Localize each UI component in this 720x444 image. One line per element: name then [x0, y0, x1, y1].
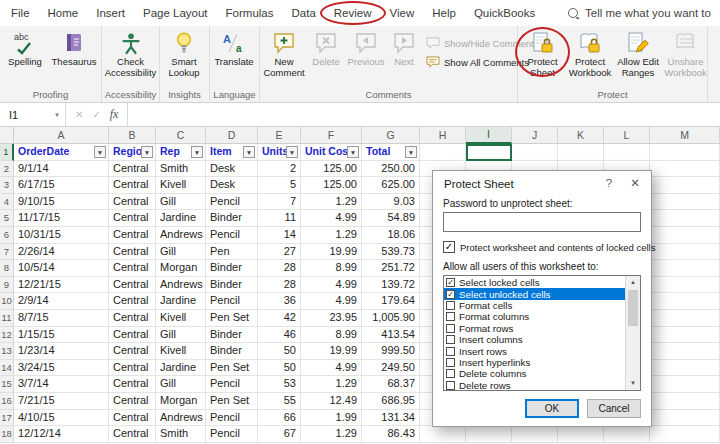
tab-data[interactable]: Data	[283, 0, 325, 26]
cell-B14[interactable]: Central	[109, 360, 156, 377]
cell-G14[interactable]: 249.50	[362, 360, 420, 377]
cell-E6[interactable]: 14	[258, 227, 301, 244]
permission-checkbox[interactable]	[446, 335, 455, 344]
permission-checkbox[interactable]: ✓	[446, 278, 455, 287]
permission-option-delete-columns[interactable]: Delete columns	[444, 368, 625, 379]
active-cell-I1[interactable]	[466, 144, 512, 161]
cell-C2[interactable]: Smith	[156, 161, 206, 178]
row-header-8[interactable]: 8	[0, 260, 14, 277]
cell-K18[interactable]	[558, 426, 604, 443]
cell-A3[interactable]: 6/17/15	[14, 177, 109, 194]
cell-C9[interactable]: Andrews	[156, 277, 206, 294]
cell-E12[interactable]: 46	[258, 327, 301, 344]
cell-A8[interactable]: 10/5/14	[14, 260, 109, 277]
filter-dropdown-button[interactable]: ▼	[191, 146, 203, 158]
name-box[interactable]: I1 ▾	[0, 103, 66, 126]
cell-F3[interactable]: 125.00	[301, 177, 362, 194]
cell-M13[interactable]	[650, 343, 720, 360]
col-header-I[interactable]: I	[466, 127, 512, 144]
permission-checkbox[interactable]	[446, 312, 455, 321]
cell-D2[interactable]: Desk	[206, 161, 258, 178]
cell-F17[interactable]: 1.99	[301, 410, 362, 427]
cell-M9[interactable]	[650, 277, 720, 294]
cell-G2[interactable]: 250.00	[362, 161, 420, 178]
cell-D16[interactable]: Pen Set	[206, 393, 258, 410]
cell-M18[interactable]	[650, 426, 720, 443]
cell-M17[interactable]	[650, 410, 720, 427]
filter-dropdown-button[interactable]: ▼	[141, 146, 153, 158]
row-header-4[interactable]: 4	[0, 194, 14, 211]
cell-A14[interactable]: 3/24/15	[14, 360, 109, 377]
permission-checkbox[interactable]	[446, 347, 455, 356]
cell-D10[interactable]: Pencil	[206, 293, 258, 310]
row-header-1[interactable]: 1	[0, 144, 14, 161]
cell-M11[interactable]	[650, 310, 720, 327]
cell-M7[interactable]	[650, 244, 720, 261]
new-comment-button[interactable]: New Comment	[261, 29, 307, 78]
tab-home[interactable]: Home	[39, 0, 88, 26]
filter-dropdown-button[interactable]: ▼	[286, 146, 298, 158]
cell-F13[interactable]: 19.99	[301, 343, 362, 360]
cell-L1[interactable]	[604, 144, 650, 161]
translate-button[interactable]: A a Translate	[211, 29, 257, 68]
filter-dropdown-button[interactable]: ▼	[347, 146, 359, 158]
cell-I18[interactable]	[466, 426, 512, 443]
cell-H1[interactable]	[420, 144, 466, 161]
row-header-11[interactable]: 11	[0, 310, 14, 327]
dialog-close-button[interactable]: ✕	[622, 171, 648, 196]
cell-D11[interactable]: Pen Set	[206, 310, 258, 327]
cell-B15[interactable]: Central	[109, 376, 156, 393]
cell-G18[interactable]: 86.43	[362, 426, 420, 443]
permission-option-select-locked-cells[interactable]: ✓Select locked cells	[444, 277, 625, 288]
cell-D8[interactable]: Binder	[206, 260, 258, 277]
header-cell-unit-cost[interactable]: Unit Cost▼	[301, 144, 362, 161]
cell-F2[interactable]: 125.00	[301, 161, 362, 178]
cell-C4[interactable]: Gill	[156, 194, 206, 211]
thesaurus-button[interactable]: Thesaurus	[49, 29, 99, 68]
row-header-10[interactable]: 10	[0, 293, 14, 310]
cell-M8[interactable]	[650, 260, 720, 277]
cell-B11[interactable]: Central	[109, 310, 156, 327]
cell-M1[interactable]	[650, 144, 720, 161]
cell-G12[interactable]: 413.54	[362, 327, 420, 344]
cell-E5[interactable]: 11	[258, 210, 301, 227]
cell-A4[interactable]: 9/10/15	[14, 194, 109, 211]
cell-F6[interactable]: 1.29	[301, 227, 362, 244]
tab-page-layout[interactable]: Page Layout	[134, 0, 217, 26]
tab-help[interactable]: Help	[423, 0, 465, 26]
cell-D15[interactable]: Pencil	[206, 376, 258, 393]
cell-L18[interactable]	[604, 426, 650, 443]
cell-D4[interactable]: Pencil	[206, 194, 258, 211]
permission-option-delete-rows[interactable]: Delete rows	[444, 380, 625, 391]
row-header-17[interactable]: 17	[0, 410, 14, 427]
cell-C11[interactable]: Kivell	[156, 310, 206, 327]
cell-B5[interactable]: Central	[109, 210, 156, 227]
col-header-F[interactable]: F	[301, 127, 362, 144]
cell-G15[interactable]: 68.37	[362, 376, 420, 393]
cell-G17[interactable]: 131.34	[362, 410, 420, 427]
cell-G10[interactable]: 179.64	[362, 293, 420, 310]
cell-E8[interactable]: 28	[258, 260, 301, 277]
cell-M3[interactable]	[650, 177, 720, 194]
cell-E3[interactable]: 5	[258, 177, 301, 194]
allow-edit-ranges-button[interactable]: Allow Edit Ranges	[614, 29, 662, 78]
cell-M15[interactable]	[650, 376, 720, 393]
header-cell-item[interactable]: Item▼	[206, 144, 258, 161]
smart-lookup-button[interactable]: Smart Lookup	[161, 29, 207, 78]
cell-G16[interactable]: 686.95	[362, 393, 420, 410]
permission-checkbox[interactable]	[446, 324, 455, 333]
cell-A12[interactable]: 1/15/15	[14, 327, 109, 344]
tab-formulas[interactable]: Formulas	[217, 0, 283, 26]
cell-C12[interactable]: Gill	[156, 327, 206, 344]
col-header-M[interactable]: M	[650, 127, 720, 144]
cell-C6[interactable]: Andrews	[156, 227, 206, 244]
cell-G7[interactable]: 539.73	[362, 244, 420, 261]
cell-F9[interactable]: 4.99	[301, 277, 362, 294]
row-header-9[interactable]: 9	[0, 277, 14, 294]
filter-dropdown-button[interactable]: ▼	[405, 146, 417, 158]
row-header-13[interactable]: 13	[0, 343, 14, 360]
col-header-K[interactable]: K	[558, 127, 604, 144]
cell-M14[interactable]	[650, 360, 720, 377]
cell-A16[interactable]: 7/21/15	[14, 393, 109, 410]
col-header-C[interactable]: C	[156, 127, 206, 144]
